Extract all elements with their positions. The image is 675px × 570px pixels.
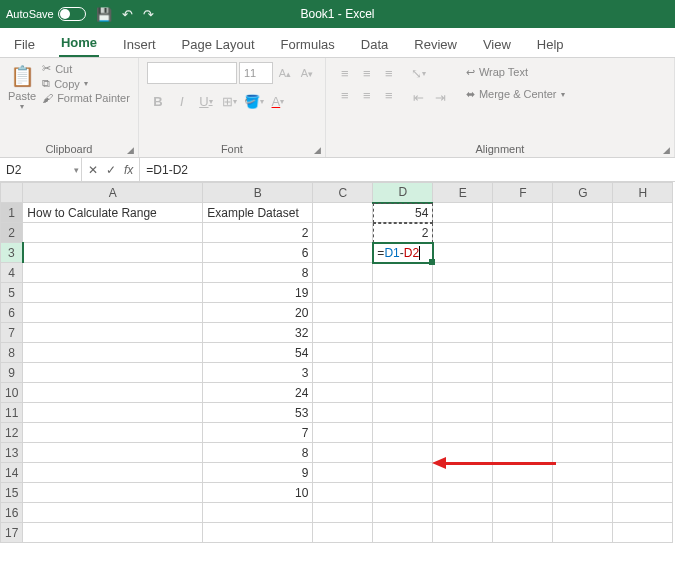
tab-insert[interactable]: Insert xyxy=(121,37,158,57)
row-header[interactable]: 10 xyxy=(1,383,23,403)
tab-help[interactable]: Help xyxy=(535,37,566,57)
cell[interactable] xyxy=(23,383,203,403)
cell[interactable] xyxy=(613,463,673,483)
decrease-indent-icon[interactable]: ⇤ xyxy=(408,86,430,108)
cell[interactable] xyxy=(613,403,673,423)
cell[interactable] xyxy=(313,483,373,503)
row-header[interactable]: 11 xyxy=(1,403,23,423)
cell[interactable]: 24 xyxy=(203,383,313,403)
row-header[interactable]: 1 xyxy=(1,203,23,223)
cell[interactable] xyxy=(23,503,203,523)
cell[interactable]: How to Calculate Range xyxy=(23,203,203,223)
cell[interactable] xyxy=(313,443,373,463)
cell[interactable] xyxy=(493,243,553,263)
cell[interactable] xyxy=(493,383,553,403)
cell[interactable] xyxy=(313,203,373,223)
formula-input[interactable]: =D1-D2 xyxy=(140,158,675,181)
cell[interactable] xyxy=(493,223,553,243)
cell[interactable] xyxy=(553,243,613,263)
cell[interactable] xyxy=(23,443,203,463)
cell[interactable] xyxy=(203,503,313,523)
cell[interactable] xyxy=(493,423,553,443)
cell[interactable] xyxy=(23,423,203,443)
cell[interactable] xyxy=(613,383,673,403)
cell[interactable] xyxy=(553,203,613,223)
increase-font-icon[interactable]: A▴ xyxy=(275,63,295,83)
cell[interactable] xyxy=(553,463,613,483)
cell[interactable] xyxy=(493,303,553,323)
cell[interactable] xyxy=(613,523,673,543)
cell[interactable] xyxy=(613,443,673,463)
font-color-button[interactable]: A▾ xyxy=(267,90,289,112)
cell[interactable] xyxy=(23,483,203,503)
cell[interactable] xyxy=(23,263,203,283)
cell[interactable] xyxy=(613,323,673,343)
cell[interactable] xyxy=(613,263,673,283)
cell[interactable] xyxy=(433,423,493,443)
cell[interactable] xyxy=(373,283,433,303)
cell[interactable] xyxy=(493,323,553,343)
select-all-corner[interactable] xyxy=(1,183,23,203)
cell[interactable] xyxy=(553,503,613,523)
row-header[interactable]: 15 xyxy=(1,483,23,503)
cell[interactable] xyxy=(433,343,493,363)
cell[interactable] xyxy=(433,223,493,243)
cell[interactable] xyxy=(553,383,613,403)
cell[interactable] xyxy=(373,363,433,383)
cell[interactable]: 19 xyxy=(203,283,313,303)
row-header[interactable]: 7 xyxy=(1,323,23,343)
cell[interactable] xyxy=(613,283,673,303)
cell[interactable]: 2 xyxy=(203,223,313,243)
cell[interactable]: Example Dataset xyxy=(203,203,313,223)
italic-button[interactable]: I xyxy=(171,90,193,112)
enter-icon[interactable]: ✓ xyxy=(106,163,116,177)
cell[interactable]: 3 xyxy=(203,363,313,383)
name-box[interactable]: D2 ▾ xyxy=(0,158,82,181)
font-name-select[interactable] xyxy=(147,62,237,84)
fill-color-button[interactable]: 🪣▾ xyxy=(243,90,265,112)
cell[interactable] xyxy=(613,223,673,243)
row-header[interactable]: 17 xyxy=(1,523,23,543)
cell[interactable] xyxy=(553,343,613,363)
cell[interactable] xyxy=(23,523,203,543)
cell[interactable] xyxy=(313,363,373,383)
tab-home[interactable]: Home xyxy=(59,35,99,57)
align-top-icon[interactable]: ≡ xyxy=(334,62,356,84)
cell[interactable] xyxy=(553,483,613,503)
dialog-launcher-icon[interactable]: ◢ xyxy=(314,145,321,155)
cell[interactable] xyxy=(433,503,493,523)
cell[interactable] xyxy=(613,203,673,223)
underline-button[interactable]: U▾ xyxy=(195,90,217,112)
borders-button[interactable]: ⊞▾ xyxy=(219,90,241,112)
cell-editing[interactable]: =D1-D2 xyxy=(373,243,433,263)
row-header[interactable]: 2 xyxy=(1,223,23,243)
row-header[interactable]: 6 xyxy=(1,303,23,323)
align-center-icon[interactable]: ≡ xyxy=(356,84,378,106)
copy-button[interactable]: ⧉Copy▾ xyxy=(42,77,130,90)
toggle-switch[interactable] xyxy=(58,7,86,21)
cell[interactable] xyxy=(23,323,203,343)
cell[interactable] xyxy=(203,523,313,543)
cell[interactable] xyxy=(313,223,373,243)
row-header[interactable]: 9 xyxy=(1,363,23,383)
cell[interactable]: 32 xyxy=(203,323,313,343)
cell[interactable] xyxy=(373,303,433,323)
cell[interactable]: 53 xyxy=(203,403,313,423)
cell[interactable]: 10 xyxy=(203,483,313,503)
merge-center-button[interactable]: ⬌Merge & Center▾ xyxy=(466,84,565,104)
tab-page-layout[interactable]: Page Layout xyxy=(180,37,257,57)
cell[interactable] xyxy=(553,363,613,383)
row-header[interactable]: 13 xyxy=(1,443,23,463)
chevron-down-icon[interactable]: ▾ xyxy=(74,165,79,175)
cell[interactable] xyxy=(313,403,373,423)
cell[interactable] xyxy=(313,263,373,283)
cell[interactable] xyxy=(373,343,433,363)
redo-icon[interactable]: ↷ xyxy=(143,7,154,22)
cell[interactable] xyxy=(313,383,373,403)
row-header[interactable]: 14 xyxy=(1,463,23,483)
col-header[interactable]: H xyxy=(613,183,673,203)
cell[interactable] xyxy=(373,403,433,423)
cell[interactable] xyxy=(373,483,433,503)
paste-button[interactable]: 📋 Paste ▾ xyxy=(8,62,36,111)
cell[interactable] xyxy=(433,203,493,223)
